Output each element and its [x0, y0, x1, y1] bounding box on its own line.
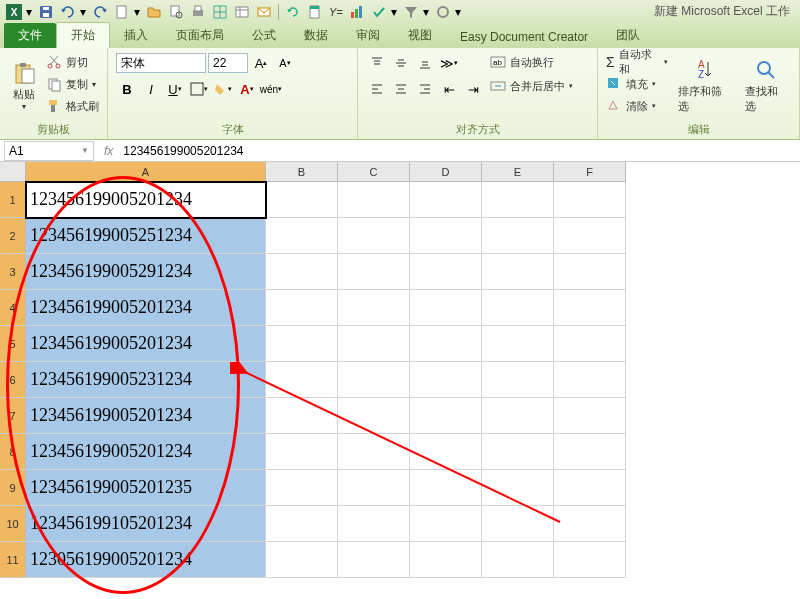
select-all-corner[interactable] — [0, 162, 26, 182]
row-header-6[interactable]: 6 — [0, 362, 26, 398]
cell-E9[interactable] — [482, 470, 554, 506]
formula-input[interactable] — [119, 144, 800, 158]
cell-C9[interactable] — [338, 470, 410, 506]
redo-icon[interactable] — [90, 2, 110, 22]
cell-A7[interactable]: 123456199005201234 — [26, 398, 266, 434]
cell-F4[interactable] — [554, 290, 626, 326]
y-equals-icon[interactable]: Y= — [327, 2, 345, 22]
cell-B11[interactable] — [266, 542, 338, 578]
cell-B7[interactable] — [266, 398, 338, 434]
increase-font-icon[interactable]: A▴ — [250, 52, 272, 74]
align-top-icon[interactable] — [366, 52, 388, 74]
cell-F1[interactable] — [554, 182, 626, 218]
tab-review[interactable]: 审阅 — [342, 23, 394, 48]
cell-E7[interactable] — [482, 398, 554, 434]
align-right-icon[interactable] — [414, 78, 436, 100]
cell-D3[interactable] — [410, 254, 482, 290]
filter-icon[interactable] — [401, 2, 421, 22]
col-header-A[interactable]: A — [26, 162, 266, 182]
cell-F5[interactable] — [554, 326, 626, 362]
phonetic-button[interactable]: wén▾ — [260, 78, 282, 100]
find-select-button[interactable]: 查找和选 — [741, 52, 791, 120]
tab-formulas[interactable]: 公式 — [238, 23, 290, 48]
cell-D11[interactable] — [410, 542, 482, 578]
col-header-E[interactable]: E — [482, 162, 554, 182]
tab-page-layout[interactable]: 页面布局 — [162, 23, 238, 48]
row-header-9[interactable]: 9 — [0, 470, 26, 506]
row-header-2[interactable]: 2 — [0, 218, 26, 254]
save-icon[interactable] — [36, 2, 56, 22]
qat-dropdown-icon[interactable]: ▾ — [26, 5, 34, 19]
new-file-icon[interactable] — [112, 2, 132, 22]
cell-A10[interactable]: 123456199105201234 — [26, 506, 266, 542]
cell-E8[interactable] — [482, 434, 554, 470]
cell-E2[interactable] — [482, 218, 554, 254]
paste-button[interactable]: 粘贴 ▾ — [8, 52, 40, 120]
italic-button[interactable]: I — [140, 78, 162, 100]
cell-A2[interactable]: 123456199005251234 — [26, 218, 266, 254]
quick-print-icon[interactable] — [188, 2, 208, 22]
cell-C6[interactable] — [338, 362, 410, 398]
cell-F6[interactable] — [554, 362, 626, 398]
cell-C8[interactable] — [338, 434, 410, 470]
cell-A8[interactable]: 123456199005201234 — [26, 434, 266, 470]
cell-D2[interactable] — [410, 218, 482, 254]
orientation-icon[interactable]: ≫▾ — [438, 52, 460, 74]
row-header-1[interactable]: 1 — [0, 182, 26, 218]
align-middle-icon[interactable] — [390, 52, 412, 74]
cell-D7[interactable] — [410, 398, 482, 434]
cell-C1[interactable] — [338, 182, 410, 218]
cell-D9[interactable] — [410, 470, 482, 506]
merge-center-button[interactable]: 合并后居中▾ — [490, 76, 573, 96]
tab-home[interactable]: 开始 — [56, 22, 110, 48]
cell-C2[interactable] — [338, 218, 410, 254]
sheet-icon[interactable] — [305, 2, 325, 22]
fill-button[interactable]: 填充▾ — [606, 74, 668, 94]
undo-dropdown-icon[interactable]: ▾ — [80, 5, 88, 19]
row-header-10[interactable]: 10 — [0, 506, 26, 542]
cell-B8[interactable] — [266, 434, 338, 470]
row-header-8[interactable]: 8 — [0, 434, 26, 470]
underline-button[interactable]: U▾ — [164, 78, 186, 100]
cell-B10[interactable] — [266, 506, 338, 542]
cell-F3[interactable] — [554, 254, 626, 290]
cell-D4[interactable] — [410, 290, 482, 326]
chart-icon[interactable] — [347, 2, 367, 22]
cell-F11[interactable] — [554, 542, 626, 578]
grid-icon[interactable] — [210, 2, 230, 22]
table-icon[interactable] — [232, 2, 252, 22]
tools-icon[interactable] — [433, 2, 453, 22]
cell-C10[interactable] — [338, 506, 410, 542]
border-button[interactable]: ▾ — [188, 78, 210, 100]
print-preview-icon[interactable] — [166, 2, 186, 22]
col-header-D[interactable]: D — [410, 162, 482, 182]
cell-C7[interactable] — [338, 398, 410, 434]
autosum-button[interactable]: Σ自动求和▾ — [606, 52, 668, 72]
cell-B2[interactable] — [266, 218, 338, 254]
format-painter-button[interactable]: 格式刷 — [46, 96, 99, 116]
align-center-icon[interactable] — [390, 78, 412, 100]
tab-insert[interactable]: 插入 — [110, 23, 162, 48]
align-left-icon[interactable] — [366, 78, 388, 100]
font-size-input[interactable] — [208, 53, 248, 73]
cell-C3[interactable] — [338, 254, 410, 290]
tab-data[interactable]: 数据 — [290, 23, 342, 48]
cell-E11[interactable] — [482, 542, 554, 578]
row-header-3[interactable]: 3 — [0, 254, 26, 290]
cell-A9[interactable]: 123456199005201235 — [26, 470, 266, 506]
tab-view[interactable]: 视图 — [394, 23, 446, 48]
row-header-7[interactable]: 7 — [0, 398, 26, 434]
cell-C5[interactable] — [338, 326, 410, 362]
cell-B9[interactable] — [266, 470, 338, 506]
refresh-icon[interactable] — [283, 2, 303, 22]
col-header-C[interactable]: C — [338, 162, 410, 182]
cell-C11[interactable] — [338, 542, 410, 578]
name-box[interactable]: A1 ▼ — [4, 141, 94, 161]
check-dropdown-icon[interactable]: ▾ — [391, 5, 399, 19]
bold-button[interactable]: B — [116, 78, 138, 100]
cell-F7[interactable] — [554, 398, 626, 434]
filter-dropdown-icon[interactable]: ▾ — [423, 5, 431, 19]
new-dropdown-icon[interactable]: ▾ — [134, 5, 142, 19]
cell-D5[interactable] — [410, 326, 482, 362]
copy-button[interactable]: 复制▾ — [46, 74, 99, 94]
